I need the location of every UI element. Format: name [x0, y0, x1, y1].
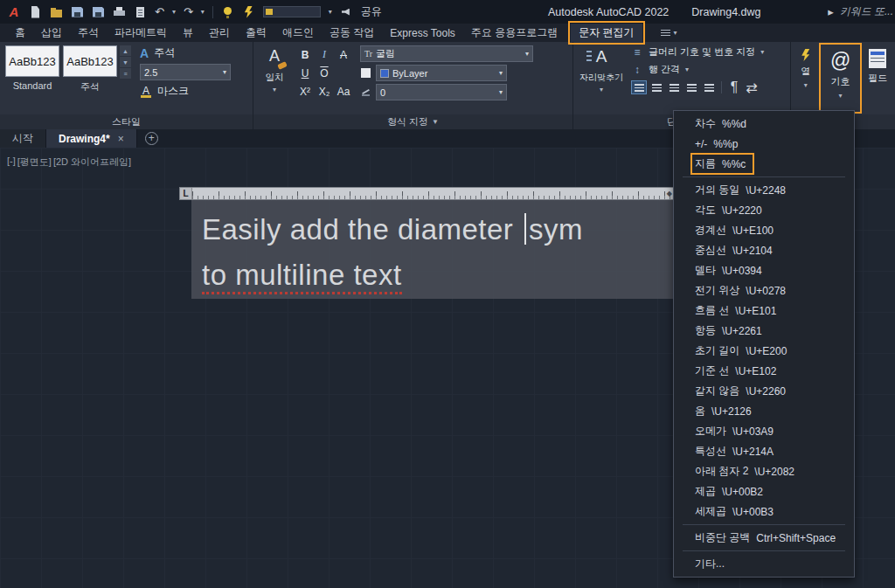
menu-item-identity[interactable]: 항등\U+2261 [674, 321, 854, 341]
font-combo[interactable]: Tr 굴림 ▾ [360, 45, 533, 62]
menu-item-property-line[interactable]: 특성선\U+214A [674, 441, 854, 461]
tab-featured-apps[interactable]: 주요 응용프로그램 [463, 24, 565, 42]
menu-item-angle[interactable]: 각도\U+2220 [674, 200, 854, 220]
menu-item-monument-line[interactable]: 기준 선\U+E102 [674, 361, 854, 381]
tab-view[interactable]: 뷰 [175, 24, 201, 42]
paragraph-mark-button[interactable]: ¶ [726, 80, 742, 94]
gallery-down-icon[interactable]: ▼ [120, 57, 131, 67]
menu-item-non-breaking-space[interactable]: 비중단 공백Ctrl+Shift+Space [674, 528, 854, 548]
match-properties-button[interactable]: A 일치 ▾ [259, 45, 290, 111]
superscript-button[interactable]: X² [295, 82, 315, 100]
mask-button[interactable]: A 마스크 [140, 84, 231, 99]
menu-item-other[interactable]: 기타... [674, 554, 854, 574]
tab-parametric[interactable]: 파라메트릭 [107, 24, 175, 42]
menu-item-almost-equal[interactable]: 거의 동일\U+2248 [674, 180, 854, 200]
align-justify-button[interactable] [683, 80, 699, 94]
text-ruler[interactable]: L ◆ [179, 187, 675, 200]
tab-home[interactable]: 홈 [7, 24, 33, 42]
text-height-combo[interactable]: 2.5 ▾ [140, 64, 231, 80]
redo-icon[interactable]: ↷ [184, 6, 193, 18]
workspace-dropdown-arrow-icon[interactable]: ▾ [329, 8, 332, 16]
menu-item-not-equal[interactable]: 같지 않음\U+2260 [674, 381, 854, 401]
justification-button[interactable]: A 자리맞추기 ▾ [579, 45, 624, 111]
bullets-numbering-button[interactable]: ≡ 글머리 기호 및 번호 지정 ▾ [631, 45, 764, 59]
style-item-standard[interactable]: AaBb123 Standard [5, 45, 59, 111]
combo-arrow-icon[interactable]: ▾ [499, 88, 503, 96]
gallery-expand-icon[interactable]: ≡ [120, 68, 131, 79]
tab-stop-selector[interactable]: L [180, 188, 192, 199]
oblique-angle-icon[interactable] [360, 86, 371, 98]
align-distribute-button[interactable] [701, 80, 717, 94]
qat-customize-arrow-icon[interactable]: ▾ [201, 8, 205, 16]
menu-item-cubed[interactable]: 세제곱\U+00B3 [674, 502, 854, 522]
menu-item-centerline[interactable]: 중심선\U+2104 [674, 240, 854, 260]
menu-item-initial-length[interactable]: 초기 길이\U+E200 [674, 341, 854, 361]
align-right-button[interactable] [666, 80, 682, 94]
tab-text-editor-active[interactable]: 문자 편집기 [571, 24, 642, 42]
mtext-content[interactable]: Easily add the diameter sym to multiline… [191, 200, 675, 299]
symbol-button[interactable]: @ 기호 ▾ [820, 44, 860, 113]
open-folder-icon[interactable] [50, 6, 63, 18]
combine-paragraphs-button[interactable]: ⇄ [744, 80, 760, 94]
ribbon-display-toggle[interactable]: ▾ [653, 24, 685, 42]
tab-output[interactable]: 출력 [238, 24, 274, 42]
menu-item-flow-line[interactable]: 흐름 선\U+E101 [674, 301, 854, 321]
save-icon[interactable] [71, 6, 84, 18]
chevron-right-icon[interactable]: ▸ [828, 6, 834, 18]
tab-express-tools[interactable]: Express Tools [382, 24, 462, 42]
close-tab-icon[interactable]: × [118, 133, 124, 145]
style-panel-label[interactable]: 스타일 [0, 114, 253, 129]
visual-style-control[interactable]: [2D 와이어프레임] [53, 156, 131, 169]
tab-insert[interactable]: 삽입 [33, 24, 70, 42]
formatting-panel-label[interactable]: 형식 지정 ▼ [253, 114, 572, 129]
viewport-menu-control[interactable]: [-] [7, 156, 16, 169]
save-as-icon[interactable] [92, 6, 105, 18]
menu-item-delta[interactable]: 델타\U+0394 [674, 260, 854, 280]
undo-dropdown-arrow-icon[interactable]: ▾ [172, 8, 176, 16]
combo-arrow-icon[interactable]: ▾ [499, 69, 503, 77]
annotative-toggle[interactable]: A 주석 [140, 45, 231, 60]
menu-item-diameter[interactable]: 지름%%c [674, 154, 854, 174]
share-button[interactable]: 공유 [361, 4, 382, 19]
file-tab-start[interactable]: 시작 [0, 129, 46, 148]
menu-item-omega[interactable]: 오메가\U+03A9 [674, 421, 854, 441]
bulb-icon[interactable] [221, 6, 234, 18]
line-spacing-button[interactable]: ↕ 행 간격 ▾ [631, 63, 764, 76]
color-tool-icon[interactable] [360, 67, 371, 79]
search-hint[interactable]: 키워드 또... [840, 4, 893, 19]
menu-item-plus-minus[interactable]: +/-%%p [674, 134, 854, 154]
strikethrough-button[interactable]: A [334, 45, 353, 64]
combo-arrow-icon[interactable]: ▾ [223, 68, 226, 76]
bold-button[interactable]: B [295, 45, 315, 64]
view-control[interactable]: [평면도] [17, 156, 52, 169]
underline-button[interactable]: U [295, 64, 315, 82]
italic-button[interactable]: I [315, 45, 334, 64]
field-button[interactable]: 필드 [863, 44, 893, 113]
undo-icon[interactable]: ↶ [155, 6, 164, 18]
menu-item-electrical-phase[interactable]: 전기 위상\U+0278 [674, 280, 854, 301]
menu-item-squared[interactable]: 제곱\U+00B2 [674, 481, 854, 502]
tab-annotate[interactable]: 주석 [70, 24, 107, 42]
sheet-set-icon[interactable] [134, 6, 147, 18]
change-case-button[interactable]: Aa [334, 82, 353, 100]
columns-button[interactable]: 열 ▾ [793, 44, 818, 113]
gallery-up-icon[interactable]: ▲ [120, 45, 131, 56]
menu-item-boundary-line[interactable]: 경계선\U+E100 [674, 220, 854, 240]
overline-button[interactable]: O [315, 64, 334, 82]
menu-item-degrees[interactable]: 차수%%d [674, 114, 854, 134]
new-file-icon[interactable] [29, 6, 42, 18]
subscript-button[interactable]: X₂ [315, 82, 334, 100]
plot-icon[interactable] [113, 6, 126, 18]
column-width-grip-icon[interactable]: ◆ [667, 190, 672, 197]
flash-icon[interactable] [242, 6, 255, 18]
workspace-selector[interactable] [263, 6, 321, 17]
color-combo[interactable]: ByLayer ▾ [376, 65, 507, 81]
menu-item-ohm[interactable]: 옴\U+2126 [674, 401, 854, 421]
combo-arrow-icon[interactable]: ▾ [525, 50, 529, 58]
style-item-annotative[interactable]: AaBb123 주석 [63, 45, 117, 111]
align-left-button[interactable] [631, 80, 647, 94]
tab-addins[interactable]: 애드인 [274, 24, 322, 42]
file-tab-drawing4[interactable]: Drawing4* × [46, 129, 137, 148]
panel-expand-arrow-icon[interactable]: ▼ [432, 118, 439, 126]
tab-collaborate[interactable]: 공동 작업 [322, 24, 382, 42]
